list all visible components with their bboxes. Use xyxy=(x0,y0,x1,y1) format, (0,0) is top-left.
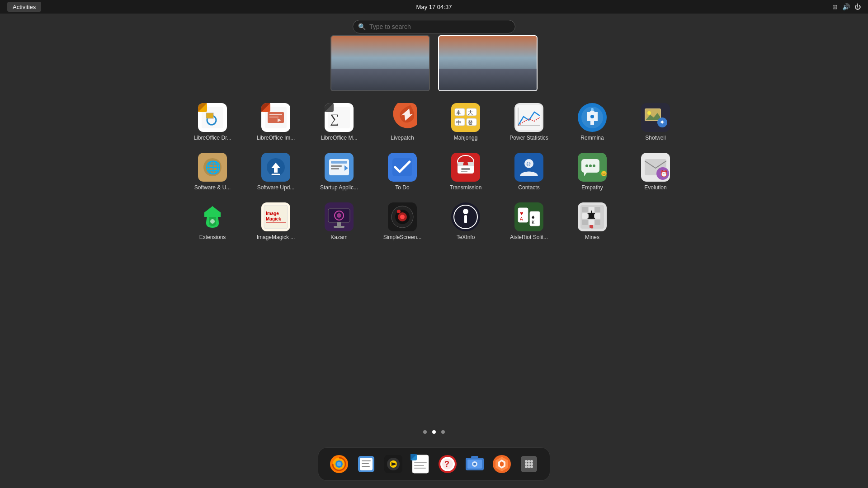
app-softwareu-label: Software & U... xyxy=(194,184,231,191)
app-aisleriot[interactable]: ♥ A ♠ K AisleRiot Solit... xyxy=(500,199,558,244)
svg-rect-61 xyxy=(461,171,467,172)
app-loimpress[interactable]: LibreOffice Im... xyxy=(246,99,305,145)
app-softwareupdater[interactable]: Software Upd... xyxy=(246,149,305,194)
svg-text:A: A xyxy=(520,216,523,221)
svg-point-156 xyxy=(530,460,533,463)
dock-firefox[interactable] xyxy=(327,452,351,476)
svg-point-36 xyxy=(591,108,594,111)
search-input[interactable] xyxy=(353,20,515,33)
app-kazam[interactable]: Kazam xyxy=(310,199,368,244)
power-icon[interactable]: ⏻ xyxy=(854,3,861,10)
app-contacts-label: Contacts xyxy=(518,184,539,191)
activities-button[interactable]: Activities xyxy=(7,2,41,12)
svg-text:♥: ♥ xyxy=(520,210,523,216)
workspace-2[interactable] xyxy=(438,35,538,91)
volume-icon[interactable]: 🔊 xyxy=(842,3,850,10)
svg-rect-119 xyxy=(589,220,594,225)
app-softwareupdater-label: Software Upd... xyxy=(257,184,295,191)
svg-rect-141 xyxy=(414,465,424,466)
svg-rect-51 xyxy=(331,161,347,164)
svg-text:Magick: Magick xyxy=(266,216,281,221)
app-powerstats[interactable]: Power Statistics xyxy=(500,99,558,145)
page-dot-1[interactable] xyxy=(423,430,427,434)
app-imagemagick[interactable]: Image Magick ImageMagick ... xyxy=(246,199,305,244)
dock-rhythmbox[interactable] xyxy=(382,452,405,476)
app-mahjongg-label: Mahjongg xyxy=(454,135,478,141)
app-lomath[interactable]: ∑ LibreOffice M... xyxy=(310,99,368,145)
app-softwareu[interactable]: 🌐 Software & U... xyxy=(183,149,242,194)
app-empathy[interactable]: 😊 Empathy xyxy=(563,149,622,194)
app-extensions-label: Extensions xyxy=(199,234,226,240)
workspaces xyxy=(330,35,538,91)
svg-text:?: ? xyxy=(444,460,449,469)
app-mines-label: Mines xyxy=(585,234,599,240)
search-container: 🔍 xyxy=(353,20,515,33)
svg-rect-142 xyxy=(414,468,426,469)
app-transmission[interactable]: Transmission xyxy=(436,149,495,194)
svg-point-98 xyxy=(463,209,468,214)
workspace-1[interactable] xyxy=(330,35,430,91)
app-simplescreenrecorder[interactable]: SimpleScreen... xyxy=(373,199,432,244)
svg-text:♠: ♠ xyxy=(532,214,535,220)
page-dot-2[interactable] xyxy=(432,430,436,434)
app-lodraw[interactable]: LibreOffice Dr... xyxy=(183,99,242,145)
dock-show-applications[interactable] xyxy=(517,452,541,476)
svg-point-126 xyxy=(337,462,341,466)
app-startup[interactable]: Startup Applic... xyxy=(310,149,368,194)
svg-text:😊: 😊 xyxy=(601,170,607,177)
app-transmission-label: Transmission xyxy=(450,184,482,191)
svg-point-78 xyxy=(210,219,215,224)
svg-point-70 xyxy=(593,164,595,167)
dock-help[interactable]: ? xyxy=(436,452,459,476)
svg-text:🌐: 🌐 xyxy=(205,160,221,175)
svg-text:中: 中 xyxy=(456,120,461,125)
svg-text:大: 大 xyxy=(468,110,473,115)
app-aisleriot-label: AisleRiot Solit... xyxy=(510,234,548,240)
network-icon[interactable]: ⊞ xyxy=(832,3,838,10)
app-todo[interactable]: To Do xyxy=(373,149,432,194)
app-contacts[interactable]: @ Contacts xyxy=(500,149,558,194)
svg-rect-109 xyxy=(582,207,588,212)
app-livepatch[interactable]: Livepatch xyxy=(373,99,432,145)
svg-point-159 xyxy=(530,463,533,465)
app-mines[interactable]: ⚙ Mines xyxy=(563,199,622,244)
svg-point-155 xyxy=(528,460,530,463)
svg-text:✦: ✦ xyxy=(659,118,665,126)
topbar: Activities May 17 04:37 ⊞ 🔊 ⏻ xyxy=(0,0,868,14)
svg-point-157 xyxy=(525,463,528,465)
dock-screenshot[interactable] xyxy=(463,452,486,476)
clock: May 17 04:37 xyxy=(416,4,452,10)
dock-brave[interactable] xyxy=(490,452,514,476)
page-dot-3[interactable] xyxy=(441,430,445,434)
svg-point-161 xyxy=(528,465,530,468)
app-remmina-label: Remmina xyxy=(580,135,604,141)
app-extensions[interactable]: Extensions xyxy=(183,199,242,244)
svg-rect-112 xyxy=(582,213,588,219)
svg-point-160 xyxy=(525,465,528,468)
svg-text:@: @ xyxy=(526,161,531,166)
svg-point-162 xyxy=(530,465,533,468)
svg-point-158 xyxy=(528,463,530,465)
page-dots xyxy=(423,430,445,434)
svg-rect-131 xyxy=(362,466,370,467)
app-shotwell[interactable]: ✦ Shotwell xyxy=(626,99,685,145)
svg-rect-117 xyxy=(595,213,600,219)
svg-rect-129 xyxy=(362,460,371,461)
dock-notes[interactable] xyxy=(354,452,378,476)
svg-point-95 xyxy=(397,210,401,213)
system-icons: ⊞ 🔊 ⏻ xyxy=(832,3,861,10)
svg-rect-11 xyxy=(269,114,282,115)
dock-writer[interactable] xyxy=(409,452,432,476)
app-evolution[interactable]: ⏰ Evolution xyxy=(626,149,685,194)
svg-rect-87 xyxy=(334,226,344,228)
app-simplescreenrecorder-label: SimpleScreen... xyxy=(383,234,422,240)
app-remmina[interactable]: Remmina xyxy=(563,99,622,145)
app-texinfo[interactable]: TeXInfo xyxy=(436,199,495,244)
app-loimpress-label: LibreOffice Im... xyxy=(257,135,295,141)
app-mahjongg[interactable]: 車 大 中 發 Mahjongg xyxy=(436,99,495,145)
svg-rect-118 xyxy=(582,220,588,225)
svg-point-69 xyxy=(589,164,592,167)
svg-point-150 xyxy=(473,463,476,465)
svg-point-68 xyxy=(585,164,588,167)
dock: ? xyxy=(318,447,550,481)
